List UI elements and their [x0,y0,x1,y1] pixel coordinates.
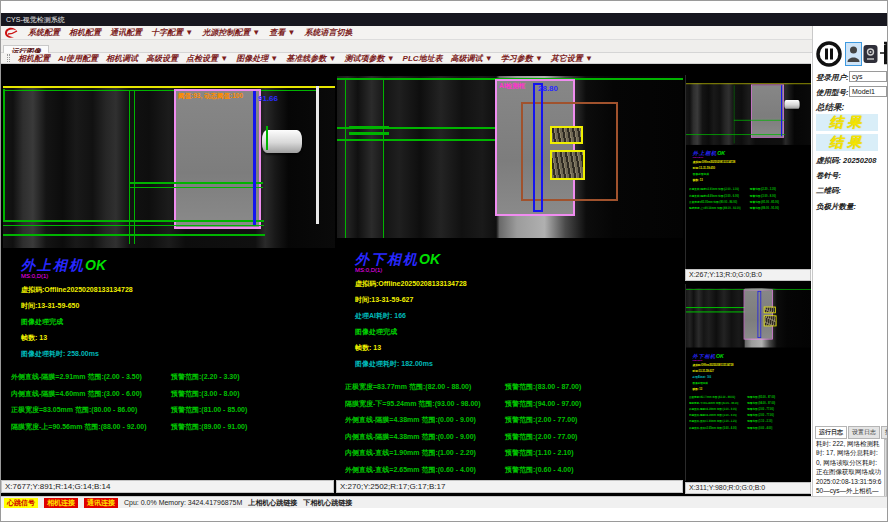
cpu-memory-status: Cpu: 0.0% Memory: 3424.41796875M [124,499,242,506]
result-display-1: 结果 [816,114,878,131]
settings-button[interactable] [863,43,878,65]
model-field[interactable]: Model1 [849,86,887,97]
tab-settings-log[interactable]: 设置日志 [848,426,880,439]
measurement-row: 正极宽度=83.77mm 范围:(82.00 - 88.00)预警范围:(83.… [345,382,681,392]
frames-line: 帧数: 13 [345,343,681,353]
measurement-row: 内侧直线-直线=1.90mm 范围:(1.00 - 2.20)预警范围:(1.1… [345,448,681,458]
toolbar-item[interactable]: AI使用配置 [58,53,98,64]
log-text: 耗时: 222, 网络检测耗时: 17, 网络分息耗时: 0, 网络读取分区耗时… [816,439,884,496]
toolbar-item[interactable]: PLC地址表 [403,53,443,64]
barcode-line: 虚拟码:Offline20250208133134728 [11,285,333,295]
camera-view-upper-outer[interactable]: 阈值:93, 动态阈值:100 91.66 外上相机OK MS:0,D(1) 虚… [3,64,335,480]
camera-view-lower-outer[interactable]: AI检测框 28.80 外下相机OK MS:0,D(1) 虚拟码:Offline… [337,64,683,480]
menu-bar: 系统配置 相机配置 通讯配置 十字配置 ▼ 光源控制配置 ▼ 查看 ▼ 系统语言… [1,26,887,40]
menu-item[interactable]: 通讯配置 [110,27,142,38]
login-user-label: 登录用户: [816,73,849,83]
camera-readout-lower: 外下相机OK MS:0,D(1) 虚拟码:Offline202502081331… [345,250,681,475]
comm-connect-badge: 通讯连接 [84,498,118,508]
bright-edge [316,86,319,224]
login-user-field[interactable]: cys [849,71,887,82]
log-scrollbar[interactable] [884,439,887,496]
toolbar-item[interactable]: 高级调试 ▼ [451,53,493,64]
overlay-green-line [3,234,265,236]
overlay-roi-rect: 阈值:93, 动态阈值:100 [174,89,261,229]
toolbar-item[interactable]: 图像处理 ▼ [236,53,278,64]
done-line: 图像处理完成 [345,327,681,337]
mini-view-lower[interactable]: 外下相机OK MS:0,D(1) 虚拟码:Offline202502081331… [685,284,811,481]
titlebar[interactable]: CYS-视觉检测系统 [1,13,887,26]
measurement-rows: 正极宽度=83.77mm 范围:(82.00 - 88.00)预警范围:(83.… [345,382,681,475]
heartbeat-badge: 心跳信号 [4,498,38,508]
overlay-green-line [129,187,263,188]
exit-button[interactable] [880,41,888,65]
measurement-row: 内侧直线-隔膜=4.38mm 范围:(0.00 - 9.00)预警范围:(2.0… [345,432,681,442]
mini-view-upper[interactable]: 外上相机OK MS:0,D(1) 虚拟码:Offline202502081331… [685,75,811,269]
measurement-row: 隔膜宽度-下=95.24mm 范围:(93.00 - 98.00)预警范围:(9… [345,399,681,409]
toolbar-grip[interactable] [7,54,10,62]
measure-value-label: 28.80 [538,84,558,93]
cursor-status-lower: X:270;Y:2502;R:17;G:17;B:17 [336,480,683,493]
toolbar-item[interactable]: 点检设置 ▼ [186,53,228,64]
negative-count-label: 负极片数量: [816,202,856,212]
upper-camera-heartbeat-link[interactable]: 上相机心跳链接 [248,498,297,508]
user-button[interactable] [846,43,861,65]
threshold-label: 阈值:93, 动态阈值:100 [178,92,243,101]
toolbar-item[interactable]: 相机配置 [18,53,50,64]
measurement-row: 内侧直线-隔膜=4.60mm 范围:(3.00 - 6.00)预警范围:(3.0… [11,389,333,399]
toolbar: 相机配置 AI使用配置 相机调试 高级设置 点检设置 ▼ 图像处理 ▼ 基准线参… [1,53,811,64]
camera-image-upper[interactable]: 阈值:93, 动态阈值:100 91.66 [3,86,335,248]
overlay-green-line [3,89,5,222]
menu-item[interactable]: 查看 ▼ [269,27,295,38]
menu-item[interactable]: 系统语言切换 [304,27,352,38]
camera-image-lower[interactable]: AI检测框 28.80 [337,76,683,238]
overlay-green-line [383,78,384,238]
overlay-green-line [266,126,268,150]
frames-line: 帧数: 13 [11,333,333,343]
menu-item[interactable]: 相机配置 [69,27,101,38]
toolbar-item[interactable]: 测试项参数 ▼ [344,53,394,64]
toolbar-item[interactable]: 其它设置 ▼ [551,53,593,64]
camera-name: 外下相机 [355,251,419,267]
menu-item[interactable]: 光源控制配置 ▼ [202,27,260,38]
menu-item[interactable]: 系统配置 [28,27,60,38]
app-window: CYS-视觉检测系统 系统配置 相机配置 通讯配置 十字配置 ▼ 光源控制配置 … [0,0,888,522]
overlay-defect-rect [550,150,585,180]
overlay-green-line [345,78,346,238]
window-title: CYS-视觉检测系统 [6,16,65,23]
toolbar-item[interactable]: 学习参数 ▼ [501,53,543,64]
overlay-green-line [129,182,263,184]
lower-camera-heartbeat-link[interactable]: 下相机心跳链接 [303,498,352,508]
log-tab-strip: 运行日志 设置日志 报警日志 [815,426,888,439]
measurement-row: 正极宽度=83.05mm 范围:(80.00 - 86.00)预警范围:(81.… [11,405,333,415]
ai-elapsed-line: 处理AI耗时: 166 [345,311,681,321]
main-area: 阈值:93, 动态阈值:100 91.66 外上相机OK MS:0,D(1) 虚… [1,64,811,496]
cursor-status-mini-lower: X:311;Y:980;R:0;G:0;B:0 [685,482,811,494]
barcode-line: 虚拟码:Offline20250208133134728 [345,279,681,289]
virtual-code-value: 20250208 [843,156,876,165]
toolbar-item[interactable]: 基准线参数 ▼ [286,53,336,64]
overlay-green-line [3,225,264,226]
camera-name: 外上相机 [21,257,85,273]
pause-button[interactable] [816,41,842,67]
total-result-label: 总结果: [816,102,844,114]
overlay-green-line [3,90,319,91]
toolbar-item[interactable]: 高级设置 [146,53,178,64]
measure-value-label: 91.66 [258,94,278,103]
menu-item[interactable]: 十字配置 ▼ [151,27,193,38]
measurement-row: 外侧直线-隔膜=2.91mm 范围:(2.00 - 3.50)预警范围:(2.2… [11,372,333,382]
tab-run-log[interactable]: 运行日志 [815,426,847,439]
time-line: 时间:13-31-59-650 [11,301,333,311]
overlay-defect-rect [550,126,583,144]
toolbar-item[interactable]: 相机调试 [106,53,138,64]
overlay-green-line [349,132,389,135]
cursor-status-mini-upper: X:267;Y:13;R:0;G:0;B:0 [685,269,811,281]
cursor-status-upper: X:7677;Y:891;R:14;G:14;B:14 [1,480,334,493]
tab-alarm-log[interactable]: 报警日志 [881,426,888,439]
camera-connect-badge: 相机连接 [44,498,78,508]
measurement-row: 外侧直线-隔膜=4.38mm 范围:(0.00 - 9.00)预警范围:(2.0… [345,415,681,425]
overlay-green-line [3,220,264,222]
measurement-row: 隔膜宽度-上=90.56mm 范围:(88.00 - 92.00)预警范围:(8… [11,422,333,432]
roller-object [262,130,302,153]
overlay-baseline-yellow [3,86,335,88]
done-line: 图像处理完成 [11,317,333,327]
